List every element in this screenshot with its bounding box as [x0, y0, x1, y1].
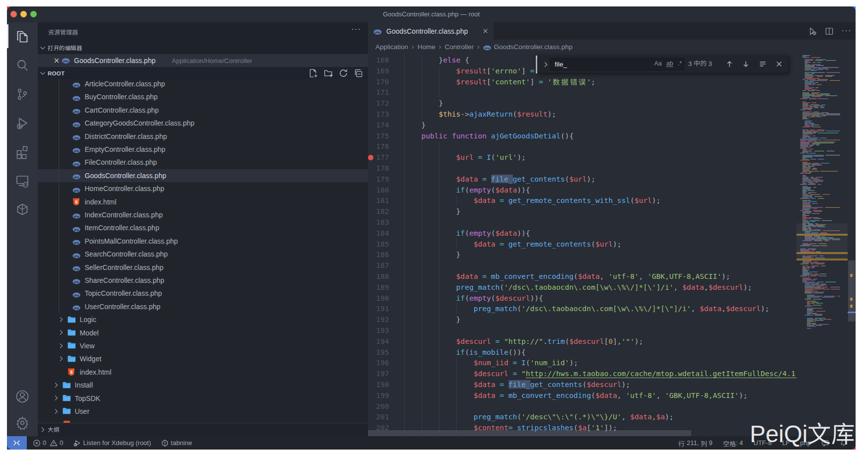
status-item[interactable]: 211, 9 [678, 436, 712, 450]
line-number[interactable]: 171 [368, 87, 389, 98]
tree-item-indexcontroller-class-php[interactable]: phpIndexController.class.php [38, 208, 368, 221]
line-number[interactable]: 197 [368, 368, 389, 379]
tree-chevron[interactable] [52, 381, 60, 389]
code-line-173[interactable]: $this->ajaxReturn($result); [404, 109, 557, 120]
root-section-actions[interactable] [304, 68, 363, 78]
line-number[interactable]: 199 [368, 390, 389, 401]
code-line-180[interactable]: if(empty($data)){ [404, 185, 530, 196]
line-number[interactable]: 191 [368, 303, 389, 314]
tree-item-buycontroller-class-php[interactable]: phpBuyController.class.php [38, 90, 368, 103]
editor-gutter[interactable]: 1681691701711721731741751761771781791801… [368, 55, 404, 436]
line-number[interactable]: 179 [368, 174, 389, 185]
code-line-186[interactable]: } [404, 249, 461, 260]
code-line-195[interactable]: if(is_mobile()){ [404, 347, 526, 358]
line-number[interactable]: 195 [368, 347, 389, 358]
tree-item-widget[interactable]: Widget [38, 352, 368, 365]
tree-chevron[interactable] [57, 316, 65, 324]
code-line-201[interactable]: preg_match('/desc\"\:\"(.*)\"\}/U', $dat… [404, 411, 674, 422]
status-item[interactable]: : 4 [723, 436, 743, 450]
more-actions-icon[interactable]: ··· [842, 26, 852, 35]
status-left[interactable]: 00Listen for Xdebug (root)tabnine [33, 436, 202, 450]
minimap-slider[interactable] [796, 223, 848, 259]
tree-item-filecontroller-class-php[interactable]: phpFileController.class.php [38, 156, 368, 169]
line-number[interactable]: 189 [368, 282, 389, 293]
remote-indicator[interactable] [7, 436, 27, 450]
code-line-199[interactable]: $data = mb_convert_encoding($data, 'utf-… [404, 390, 748, 401]
code-line-170[interactable]: $result['content'] = ''; [404, 76, 595, 87]
line-number[interactable]: 183 [368, 217, 389, 228]
line-number[interactable]: 180 [368, 185, 389, 196]
code-line-172[interactable]: } [404, 98, 443, 109]
code-line-175[interactable]: public function ajGetGoodsDetial(){ [404, 131, 574, 141]
toggle-replace-icon[interactable] [542, 61, 550, 68]
code-line-194[interactable]: $descurl = "http://".trim($descurl[0],'"… [404, 336, 644, 347]
tree-item-searchcontroller-class-php[interactable]: phpSearchController.class.php [38, 248, 368, 261]
line-number[interactable]: 174 [368, 120, 389, 131]
line-number[interactable]: 173 [368, 109, 389, 120]
line-number[interactable]: 184 [368, 228, 389, 239]
code-line-191[interactable]: preg_match('/dsc\.taobaocdn\.com[\w\.\%\… [404, 303, 770, 314]
code-line-182[interactable]: } [404, 206, 461, 217]
line-number[interactable]: 190 [368, 293, 389, 304]
tree-item-index-html[interactable]: 5index.html [38, 195, 368, 208]
tree-item-logic[interactable]: Logic [38, 313, 368, 326]
line-number[interactable]: 187 [368, 260, 389, 271]
tree-item-cartcontroller-class-php[interactable]: phpCartController.class.php [38, 104, 368, 117]
tree-item-usercontroller-class-php[interactable]: phpUserController.class.php [38, 300, 368, 313]
line-number[interactable]: 200 [368, 401, 389, 412]
tree-item-install[interactable]: Install [38, 379, 368, 392]
tree-chevron[interactable] [57, 355, 65, 363]
line-number[interactable]: 193 [368, 325, 389, 336]
section-root[interactable]: ROOT [38, 67, 368, 79]
line-number[interactable]: 168 [368, 55, 389, 65]
code-line-168[interactable]: }else { [404, 55, 469, 65]
open-editor-item[interactable]: php GoodsController.class.php Applicatio… [38, 54, 368, 67]
line-number[interactable]: 198 [368, 379, 389, 390]
code-line-197[interactable]: $descurl = "http://hws.m.taobao.com/cach… [404, 368, 797, 379]
breadcrumb-item[interactable]: Home [418, 40, 435, 55]
breakpoint-dot[interactable] [368, 155, 373, 160]
tree-item-sellercontroller-class-php[interactable]: phpSellerController.class.php [38, 261, 368, 273]
activity-bar-package[interactable] [7, 195, 38, 224]
tree-item-goodscontroller-class-php[interactable]: phpGoodsController.class.php [38, 169, 368, 182]
line-number[interactable]: 178 [368, 163, 389, 174]
status-item[interactable]: tabnine [161, 436, 192, 450]
line-number[interactable]: 176 [368, 141, 389, 152]
tree-item-topsdk[interactable]: TopSDK [38, 392, 368, 404]
line-number[interactable]: 181 [368, 195, 389, 206]
tree-chevron[interactable] [52, 394, 60, 402]
code-line-184[interactable]: if(empty($data)){ [404, 228, 530, 239]
code-line-189[interactable]: preg_match('/dsc\.taobaocdn\.com[\w\.\%\… [404, 282, 752, 293]
activity-bar-extensions[interactable] [7, 137, 38, 166]
line-number[interactable]: 175 [368, 131, 389, 141]
close-icon[interactable] [482, 27, 489, 35]
close-icon[interactable] [53, 57, 61, 65]
find-buttons[interactable] [720, 60, 784, 70]
activity-bar-account[interactable] [7, 382, 38, 411]
tree-item-topiccontroller-class-php[interactable]: phpTopicController.class.php [38, 287, 368, 300]
tree-item-sharecontroller-class-php[interactable]: phpShareController.class.php [38, 274, 368, 287]
breadcrumb[interactable]: Application›Home›Controller›phpGoodsCont… [368, 40, 856, 55]
activity-bar-explorer[interactable] [7, 22, 38, 51]
line-number[interactable]: 186 [368, 249, 389, 260]
tree-item-homecontroller-class-php[interactable]: phpHomeController.class.php [38, 182, 368, 195]
activity-bar-search[interactable] [7, 51, 38, 80]
editor-actions[interactable]: ··· [805, 22, 856, 40]
tree-item-user[interactable]: User [38, 405, 368, 418]
code-line-192[interactable]: } [404, 314, 461, 325]
code-lines[interactable]: }else { $result['errno'] = $result['cont… [368, 55, 797, 436]
titlebar[interactable]: GoodsController.class.php — root [7, 6, 856, 22]
tree-item-view[interactable]: View [38, 339, 368, 352]
activity-bar-remote-explorer[interactable] [7, 166, 38, 195]
code-line-185[interactable]: $data = get_remote_contents($url); [404, 239, 622, 250]
status-item[interactable]: Listen for Xdebug (root) [73, 436, 151, 450]
status-item[interactable]: 0 [50, 436, 63, 450]
tree-chevron[interactable] [57, 342, 65, 350]
code-line-190[interactable]: if(empty($descurl)){ [404, 293, 543, 304]
code-line-188[interactable]: $data = mb_convert_encoding($data, 'utf-… [404, 271, 730, 282]
line-number[interactable]: 182 [368, 206, 389, 217]
code-line-196[interactable]: $num_iid = I('num_iid'); [404, 357, 578, 368]
find-toggles[interactable]: Aaab.* [650, 60, 682, 67]
section-open-editors[interactable] [38, 42, 368, 54]
tree-chevron[interactable] [52, 407, 60, 415]
